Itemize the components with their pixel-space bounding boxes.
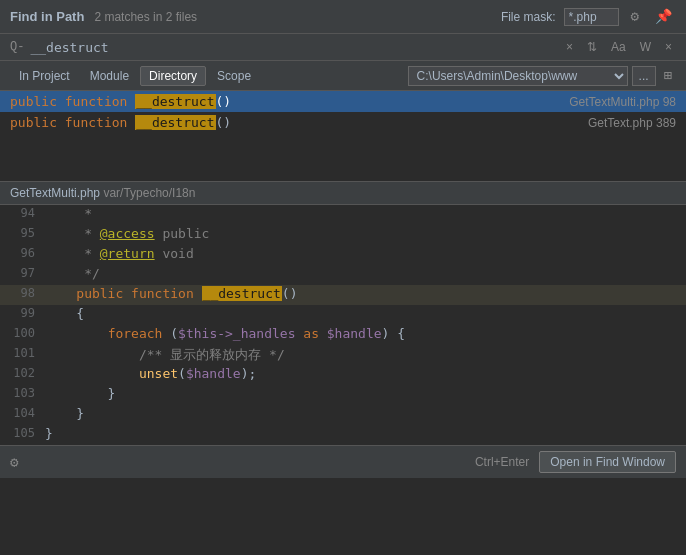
line-content-94: *: [45, 205, 100, 221]
results-list: public function __destruct() GetTextMult…: [0, 91, 686, 181]
line-num-99: 99: [0, 305, 45, 320]
line-content-95: * @access public: [45, 225, 209, 241]
search-controls: × ⇅ Aa W ×: [562, 38, 676, 56]
preview-path: var/Typecho/I18n: [103, 186, 195, 200]
line-num-100: 100: [0, 325, 45, 340]
search-icon: Q-: [10, 40, 24, 54]
line-content-97: */: [45, 265, 100, 281]
line-content-105: }: [45, 425, 53, 441]
code-line-99: 99 {: [0, 305, 686, 325]
code-line-95: 95 * @access public: [0, 225, 686, 245]
line-content-96: * @return void: [45, 245, 194, 261]
shortcut-label: Ctrl+Enter: [475, 455, 529, 469]
code-line-104: 104 }: [0, 405, 686, 425]
line-num-103: 103: [0, 385, 45, 400]
browse-button[interactable]: ...: [632, 66, 656, 86]
code-line-102: 102 unset($handle);: [0, 365, 686, 385]
top-bar-right: File mask: ⚙ 📌: [501, 6, 676, 27]
match-info: 2 matches in 2 files: [94, 10, 197, 24]
code-line-94: 94 *: [0, 205, 686, 225]
result-suffix-2: (): [216, 115, 232, 130]
whole-word-button[interactable]: W: [636, 38, 655, 56]
code-line-101: 101 /** 显示的释放内存 */: [0, 345, 686, 365]
line-content-102: unset($handle);: [45, 365, 256, 381]
path-area: C:\Users\Admin\Desktop\www ... ⊞: [408, 65, 676, 86]
line-num-97: 97: [0, 265, 45, 280]
tab-in-project[interactable]: In Project: [10, 66, 79, 86]
result-row[interactable]: public function __destruct() GetText.php…: [0, 112, 686, 133]
filter-icon[interactable]: ⚙: [627, 6, 643, 27]
line-num-104: 104: [0, 405, 45, 420]
result-keyword-2: __destruct: [135, 115, 215, 130]
result-keyword-1: __destruct: [135, 94, 215, 109]
search-input[interactable]: [30, 40, 556, 55]
line-num-94: 94: [0, 205, 45, 220]
file-mask-input[interactable]: [564, 8, 619, 26]
bottom-right: Ctrl+Enter Open in Find Window: [475, 451, 676, 473]
code-line-100: 100 foreach ($this->_handles as $handle)…: [0, 325, 686, 345]
line-num-96: 96: [0, 245, 45, 260]
result-file-2: GetText.php 389: [588, 116, 676, 130]
line-content-104: }: [45, 405, 84, 421]
result-code-2: public function __destruct(): [10, 115, 588, 130]
result-row[interactable]: public function __destruct() GetTextMult…: [0, 91, 686, 112]
match-case-button[interactable]: Aa: [607, 38, 630, 56]
close-button[interactable]: ×: [661, 38, 676, 56]
result-prefix-1: public function: [10, 94, 135, 109]
result-code-1: public function __destruct(): [10, 94, 569, 109]
file-mask-label: File mask:: [501, 10, 556, 24]
line-num-98: 98: [0, 285, 45, 300]
line-content-101: /** 显示的释放内存 */: [45, 345, 285, 364]
top-bar: Find in Path 2 matches in 2 files File m…: [0, 0, 686, 34]
open-in-find-window-button[interactable]: Open in Find Window: [539, 451, 676, 473]
path-select[interactable]: C:\Users\Admin\Desktop\www: [408, 66, 628, 86]
clear-search-button[interactable]: ×: [562, 38, 577, 56]
line-num-105: 105: [0, 425, 45, 440]
preview-header: GetTextMulti.php var/Typecho/I18n: [0, 182, 686, 205]
code-line-105: 105 }: [0, 425, 686, 445]
pin-icon[interactable]: 📌: [651, 6, 676, 27]
line-num-101: 101: [0, 345, 45, 360]
code-viewer[interactable]: 94 * 95 * @access public 96 * @return vo…: [0, 205, 686, 445]
line-num-102: 102: [0, 365, 45, 380]
line-content-103: }: [45, 385, 115, 401]
code-line-96: 96 * @return void: [0, 245, 686, 265]
replace-toggle-button[interactable]: ⇅: [583, 38, 601, 56]
tab-scope[interactable]: Scope: [208, 66, 260, 86]
code-line-103: 103 }: [0, 385, 686, 405]
tab-directory[interactable]: Directory: [140, 66, 206, 86]
code-line-98: 98 public function __destruct(): [0, 285, 686, 305]
search-bar: Q- × ⇅ Aa W ×: [0, 34, 686, 61]
tab-module[interactable]: Module: [81, 66, 138, 86]
line-content-99: {: [45, 305, 84, 321]
bottom-bar: ⚙ Ctrl+Enter Open in Find Window: [0, 445, 686, 478]
preview-filename: GetTextMulti.php: [10, 186, 100, 200]
settings-icon[interactable]: ⚙: [10, 454, 18, 471]
code-line-97: 97 */: [0, 265, 686, 285]
line-content-98: public function __destruct(): [45, 285, 298, 301]
line-num-95: 95: [0, 225, 45, 240]
tabs-bar: In Project Module Directory Scope C:\Use…: [0, 61, 686, 91]
result-file-1: GetTextMulti.php 98: [569, 95, 676, 109]
result-prefix-2: public function: [10, 115, 135, 130]
panel-title: Find in Path: [10, 9, 84, 24]
line-content-100: foreach ($this->_handles as $handle) {: [45, 325, 405, 341]
result-suffix-1: (): [216, 94, 232, 109]
scope-icon[interactable]: ⊞: [660, 65, 676, 86]
